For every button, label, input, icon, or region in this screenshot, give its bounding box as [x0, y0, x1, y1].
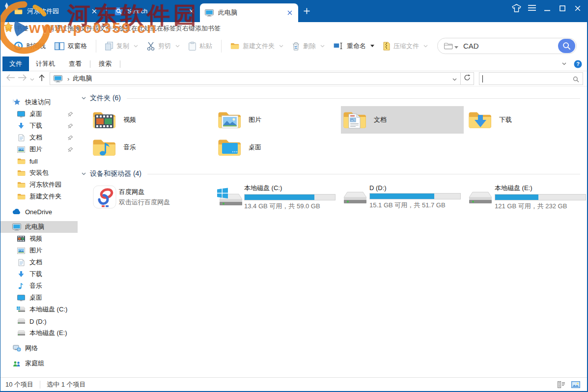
sidebar-item-pictures-2[interactable]: 图片 — [0, 245, 78, 256]
sidebar-item-documents[interactable]: 文档 — [0, 132, 78, 143]
tab-this-pc[interactable]: 此电脑 — [200, 3, 298, 22]
bookmark-star-icon[interactable] — [4, 25, 13, 32]
picture-icon — [17, 248, 26, 254]
sidebar-item-desktop-2[interactable]: 桌面 — [0, 292, 78, 304]
chevron-down-icon[interactable] — [320, 45, 325, 48]
search-input[interactable] — [479, 73, 583, 84]
folder-item-music[interactable]: 音乐 — [90, 134, 213, 161]
folder-item-pictures[interactable]: 图片 — [216, 106, 338, 134]
new-tab-button[interactable] — [298, 0, 315, 22]
cut-button[interactable]: 剪切 — [142, 38, 184, 55]
sidebar-item-downloads-2[interactable]: 下载 — [0, 268, 78, 280]
refresh-button[interactable] — [461, 72, 474, 85]
address-bar[interactable]: › 此电脑 — [50, 72, 461, 85]
sidebar-item-desktop[interactable]: 桌面 — [0, 108, 78, 120]
magnifier-icon — [573, 76, 579, 84]
chevron-down-icon[interactable] — [82, 97, 86, 100]
folder-filter-icon[interactable] — [444, 42, 453, 50]
forward-button[interactable] — [16, 72, 28, 85]
folder-item-desktop[interactable]: 桌面 — [216, 134, 338, 161]
chevron-down-icon[interactable] — [370, 45, 374, 47]
sidebar-item-drive-e[interactable]: 本地磁盘 (E:) — [0, 327, 78, 339]
drive-item-drive-d[interactable]: D (D:)15.1 GB 可用，共 51.7 GB — [341, 182, 464, 212]
paste-button[interactable]: 粘贴 — [184, 38, 217, 55]
toolbar-search-input[interactable] — [458, 42, 558, 50]
theme-button[interactable] — [509, 1, 524, 17]
chevron-down-icon[interactable] — [134, 45, 138, 48]
dual-pane-button[interactable]: 双窗格 — [50, 38, 91, 55]
tab-close-icon[interactable] — [91, 8, 98, 15]
sidebar-item-folder-hedong[interactable]: 河东软件园 — [0, 179, 78, 191]
sidebar-item-music[interactable]: 音乐 — [0, 280, 78, 292]
sidebar-item-pictures[interactable]: 图片 — [0, 143, 78, 155]
menu-tab-computer[interactable]: 计算机 — [29, 56, 62, 71]
drive-item-drive-e[interactable]: 本地磁盘 (E:)121 GB 可用，共 232 GB — [466, 182, 587, 212]
sidebar-item-label: 快速访问 — [25, 98, 51, 107]
delete-button[interactable]: 删除 — [288, 38, 329, 55]
sidebar-item-documents-2[interactable]: 文档 — [0, 256, 78, 268]
up-button[interactable] — [36, 72, 48, 85]
sidebar-item-drive-d[interactable]: D (D:) — [0, 315, 78, 327]
address-row: › 此电脑 — [0, 71, 587, 86]
sidebar-item-folder-installers[interactable]: 安装包 — [0, 167, 78, 179]
sidebar-item-network[interactable]: 网络 — [0, 342, 78, 354]
filter-search-box[interactable] — [479, 72, 583, 85]
filter-caret-icon[interactable] — [454, 42, 458, 51]
recent-locations-button[interactable] — [28, 72, 36, 85]
sidebar-item-onedrive[interactable]: OneDrive — [0, 206, 78, 218]
sidebar-item-label: 文档 — [29, 133, 42, 142]
picture-glyph-icon — [222, 115, 238, 130]
sidebar-item-downloads[interactable]: 下载 — [0, 120, 78, 132]
sidebar-item-label: OneDrive — [25, 208, 52, 216]
menu-tab-file[interactable]: 文件 — [2, 56, 29, 71]
folder-item-videos[interactable]: 视频 — [90, 106, 213, 134]
breadcrumb[interactable]: 此电脑 — [73, 74, 92, 83]
thumbnail-view-button[interactable] — [571, 381, 580, 388]
sidebar-item-homegroup[interactable]: 家庭组 — [0, 358, 78, 369]
toolbar-search-box[interactable] — [437, 38, 577, 54]
copy-button[interactable]: 复制 — [101, 38, 142, 55]
help-button[interactable]: ? — [574, 60, 582, 68]
close-icon — [575, 4, 581, 13]
folder-item-downloads[interactable]: 下载 — [466, 106, 587, 134]
compress-button[interactable]: 压缩文件 — [379, 38, 432, 55]
tab-close-icon[interactable] — [188, 8, 195, 15]
ribbon-collapse-chevron-icon[interactable] — [562, 62, 566, 65]
sidebar-item-videos[interactable]: 视频 — [0, 233, 78, 245]
close-button[interactable] — [570, 1, 585, 17]
chevron-down-icon[interactable] — [82, 172, 86, 175]
sidebar-item-folder-full[interactable]: full — [0, 155, 78, 167]
rename-button[interactable]: 重命名 — [329, 38, 379, 55]
bookmarks-label[interactable]: 书签 — [16, 24, 28, 33]
sidebar-item-folder-new[interactable]: 新建文件夹 — [0, 191, 78, 202]
drive-item-drive-c[interactable]: 本地磁盘 (C:)13.4 GB 可用，共 59.0 GB — [216, 182, 338, 212]
folder-icon — [14, 8, 23, 15]
menu-tab-search[interactable]: 搜索 — [92, 56, 118, 71]
breadcrumb-chevron: › — [67, 75, 69, 83]
timeline-button[interactable]: 时间线 — [9, 38, 50, 55]
chevron-down-icon[interactable] — [279, 45, 283, 48]
new-folder-button[interactable]: 新建文件夹 — [226, 38, 288, 55]
toolbar-button-label: 时间线 — [27, 42, 46, 51]
minimize-button[interactable] — [539, 1, 555, 17]
chevron-down-icon[interactable] — [423, 45, 428, 48]
sidebar-item-quick-access[interactable]: 快速访问 — [0, 96, 78, 108]
drive-item-label: 本地磁盘 (E:) — [495, 184, 586, 193]
tab-search[interactable]: Search — [110, 0, 200, 22]
sidebar-item-this-pc[interactable]: 此电脑 — [0, 221, 78, 233]
back-button[interactable] — [4, 72, 16, 85]
search-go-button[interactable] — [558, 39, 575, 53]
maximize-button[interactable] — [555, 1, 570, 17]
sidebar-item-drive-c[interactable]: 本地磁盘 (C:) — [0, 304, 78, 315]
chevron-down-icon[interactable] — [175, 45, 180, 48]
details-view-button[interactable] — [558, 381, 565, 388]
download-glyph-icon — [473, 114, 488, 130]
menu-tab-view[interactable]: 查看 — [62, 56, 88, 71]
address-dropdown-button[interactable] — [448, 73, 460, 84]
folder-item-label: 音乐 — [123, 143, 136, 152]
app-menu-button[interactable] — [524, 1, 539, 17]
tab-hedong[interactable]: 河东软件园 — [9, 0, 103, 22]
folder-item-documents[interactable]: 文档 — [341, 106, 464, 134]
tab-close-icon[interactable] — [286, 9, 293, 16]
drive-item-baidu-netdisk[interactable]: 百度网盘双击运行百度网盘 — [90, 182, 213, 212]
